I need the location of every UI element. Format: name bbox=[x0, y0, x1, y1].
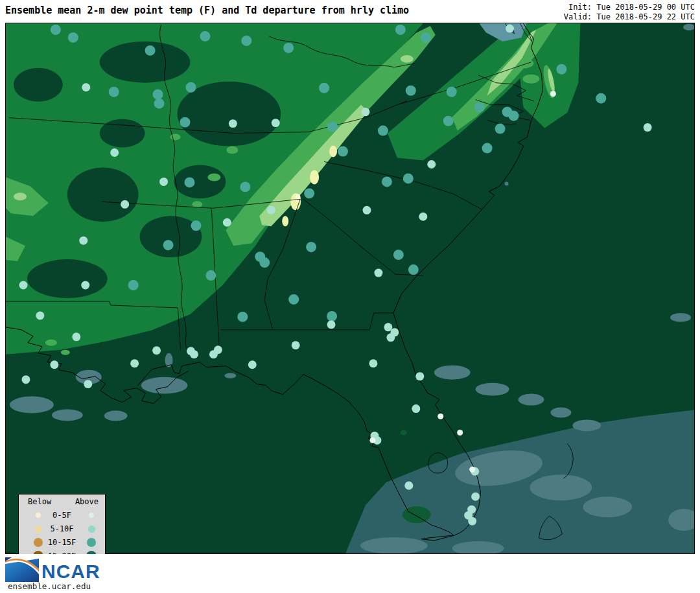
station-dot-above-10-15F bbox=[205, 270, 216, 281]
station-dot-above-5-10F bbox=[50, 360, 58, 369]
station-dot-above-10-15F bbox=[68, 32, 78, 43]
station-dot-above-5-10F bbox=[272, 119, 280, 127]
ncar-logo-icon[interactable] bbox=[5, 557, 39, 582]
station-dot-above-10-15F bbox=[408, 264, 419, 275]
station-dot-above-10-15F bbox=[393, 250, 404, 260]
station-dot-above-10-15F bbox=[163, 240, 174, 250]
station-dot-above-5-10F bbox=[361, 108, 369, 116]
station-dot-above-5-10F bbox=[362, 206, 371, 215]
station-dot-above-5-10F bbox=[130, 359, 139, 367]
station-dot-above-10-15F bbox=[403, 173, 414, 183]
legend-row: 10-15F bbox=[19, 536, 105, 549]
legend-row-label: 5-10F bbox=[19, 524, 105, 533]
weather-map-page: Ensemble mean 2-m dew point temp (F) and… bbox=[0, 0, 700, 593]
station-dot-above-5-10F bbox=[72, 332, 80, 341]
site-url[interactable]: ensemble.ucar.edu bbox=[8, 581, 91, 591]
station-dot-above-5-10F bbox=[159, 178, 168, 186]
station-dot-above-10-15F bbox=[180, 117, 190, 128]
station-dot-above-10-15F bbox=[128, 280, 139, 290]
station-dot-above-10-15F bbox=[327, 122, 338, 132]
station-dot-above-10-15F bbox=[378, 126, 388, 136]
footer-bar: NCAR ensemble.ucar.edu -20-15-10-5051015… bbox=[0, 554, 700, 593]
station-dot-above-10-15F bbox=[319, 83, 329, 93]
station-dot-above-5-10F bbox=[229, 119, 237, 128]
valid-time: Valid: Tue 2018-05-29 22 UTC bbox=[564, 12, 695, 21]
station-dot-above-10-15F bbox=[421, 32, 431, 43]
station-dot-above-10-15F bbox=[382, 176, 392, 187]
station-dot-above-5-10F bbox=[248, 360, 257, 369]
station-dot-above-5-10F bbox=[190, 350, 198, 358]
station-dot-above-5-10F bbox=[79, 237, 88, 245]
station-dot-above-10-15F bbox=[153, 89, 163, 100]
legend-row-label: 10-15F bbox=[19, 538, 105, 547]
station-dot-above-10-15F bbox=[109, 87, 119, 97]
station-dot-above-0-5F bbox=[469, 467, 475, 472]
station-dot-above-10-15F bbox=[509, 111, 519, 121]
station-dot-above-10-15F bbox=[240, 181, 250, 192]
station-dot-above-10-15F bbox=[185, 82, 196, 93]
station-dot-above-5-10F bbox=[36, 311, 44, 320]
station-dot-above-5-10F bbox=[369, 359, 377, 367]
station-dot-above-10-15F bbox=[474, 102, 485, 113]
station-dot-above-5-10F bbox=[81, 281, 89, 290]
init-time: Init: Tue 2018-05-29 00 UTC bbox=[568, 3, 695, 12]
station-dot-above-10-15F bbox=[327, 311, 337, 321]
station-dot-above-5-10F bbox=[267, 206, 275, 215]
station-dot-above-5-10F bbox=[506, 24, 514, 32]
station-dot-above-0-5F bbox=[438, 413, 443, 419]
dewpoint-map bbox=[6, 23, 694, 553]
legend-row-label: 0-5F bbox=[19, 511, 105, 520]
station-dot-above-0-5F bbox=[369, 437, 375, 443]
station-dot-above-5-10F bbox=[404, 482, 413, 490]
station-dot-above-5-10F bbox=[223, 218, 231, 227]
station-dot-above-5-10F bbox=[471, 493, 480, 501]
station-dot-above-5-10F bbox=[82, 83, 90, 91]
station-dot-above-5-10F bbox=[152, 346, 161, 355]
station-dot-above-5-10F bbox=[84, 380, 92, 388]
station-dot-above-10-15F bbox=[406, 86, 416, 96]
station-dot-above-10-15F bbox=[495, 124, 506, 134]
station-dot-above-10-15F bbox=[447, 87, 457, 97]
station-dot-above-10-15F bbox=[288, 294, 299, 305]
station-dot-above-10-15F bbox=[395, 25, 406, 35]
legend-row: 5-10F bbox=[19, 522, 105, 535]
run-times: Init: Tue 2018-05-29 00 UTC Valid: Tue 2… bbox=[564, 3, 695, 22]
station-dot-above-5-10F bbox=[419, 213, 427, 221]
station-dot-above-10-15F bbox=[304, 188, 314, 198]
station-dot-above-10-15F bbox=[184, 177, 194, 187]
station-dot-above-10-15F bbox=[482, 143, 493, 154]
legend-below-header: Below bbox=[28, 497, 51, 506]
station-dot-above-10-15F bbox=[443, 116, 454, 126]
station-dot-above-0-5F bbox=[457, 430, 463, 436]
station-dot-above-10-15F bbox=[259, 257, 270, 268]
station-dot-above-10-15F bbox=[596, 93, 606, 104]
legend-row: 0-5F bbox=[19, 509, 105, 522]
station-dot-above-10-15F bbox=[306, 242, 316, 252]
station-dot-above-10-15F bbox=[200, 31, 210, 41]
station-dot-above-5-10F bbox=[386, 333, 395, 342]
station-dot-above-0-5F bbox=[550, 91, 556, 97]
map-canvas[interactable]: Below Above 0-5F5-10F10-15F15-20F>= 20F bbox=[5, 23, 695, 554]
station-dot-above-5-10F bbox=[21, 375, 30, 384]
station-dot-above-5-10F bbox=[427, 160, 436, 169]
station-dot-above-10-15F bbox=[556, 64, 566, 75]
station-dot-above-10-15F bbox=[283, 43, 294, 53]
station-dot-above-5-10F bbox=[214, 345, 222, 354]
ncar-wordmark: NCAR bbox=[41, 561, 100, 583]
station-dot-above-10-15F bbox=[51, 25, 61, 35]
station-dot-above-10-15F bbox=[237, 312, 248, 322]
station-dot-above-5-10F bbox=[415, 372, 424, 380]
station-dot-above-5-10F bbox=[121, 200, 129, 209]
station-dot-above-5-10F bbox=[468, 517, 476, 526]
station-dot-above-5-10F bbox=[292, 341, 300, 349]
station-dot-above-10-15F bbox=[154, 99, 165, 109]
page-title: Ensemble mean 2-m dew point temp (F) and… bbox=[5, 5, 409, 16]
legend-above-header: Above bbox=[75, 497, 99, 506]
station-dot-above-10-15F bbox=[241, 36, 251, 46]
station-dot-above-5-10F bbox=[412, 404, 420, 413]
station-dot-above-10-15F bbox=[338, 146, 348, 157]
station-dot-above-5-10F bbox=[327, 320, 336, 329]
station-dot-above-5-10F bbox=[110, 148, 119, 157]
station-dot-above-10-15F bbox=[191, 220, 201, 231]
station-dot-above-5-10F bbox=[19, 281, 27, 290]
